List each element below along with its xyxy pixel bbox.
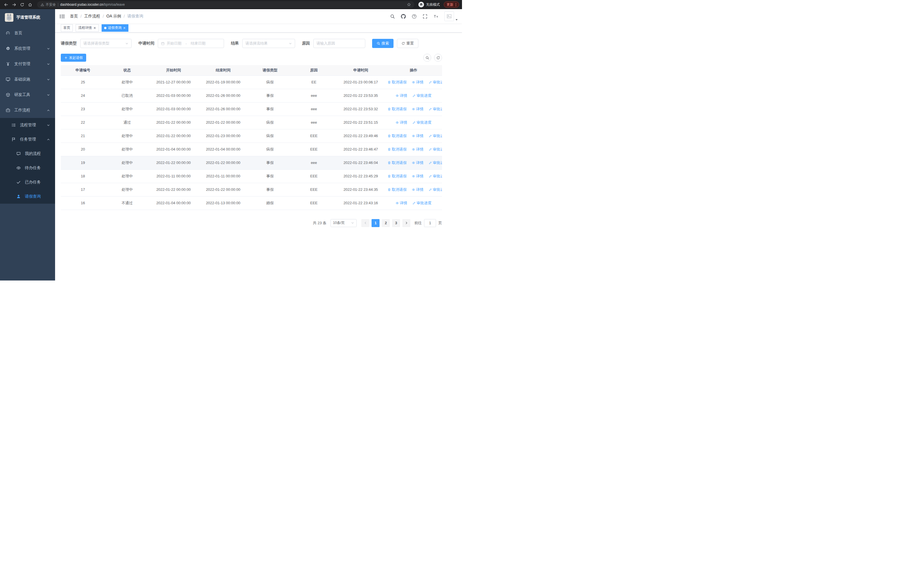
app-logo[interactable]: 芋道管理系统 — [0, 9, 55, 26]
close-icon[interactable] — [123, 27, 126, 29]
detail-link[interactable]: 详情 — [412, 147, 423, 152]
action-label: 取消请假 — [392, 133, 406, 138]
active-tab-dot — [104, 27, 106, 29]
reason-input[interactable]: 请输入原因 — [314, 39, 365, 48]
sidebar-item-leave-query[interactable]: 请假查询 — [0, 190, 55, 204]
apply-time-range-picker[interactable]: 开始日期 - 结束日期 — [158, 39, 224, 48]
avatar-image-icon — [444, 11, 454, 21]
reset-button[interactable]: 重置 — [397, 39, 418, 48]
column-header: 状态 — [105, 65, 149, 75]
sidebar-item-todo-tasks[interactable]: 待办任务 — [0, 161, 55, 175]
bookmark-star-icon[interactable] — [407, 3, 411, 7]
search-icon[interactable] — [390, 14, 395, 19]
breadcrumb-item[interactable]: 工作流程 — [84, 14, 100, 19]
eye-icon — [412, 107, 415, 111]
detail-link[interactable]: 详情 — [396, 200, 407, 206]
approval-progress-link[interactable]: 审批进度 — [412, 93, 432, 98]
cell-start: 2022-01-22 00:00:00 — [149, 116, 198, 129]
cancel-leave-link[interactable]: 取消请假 — [387, 107, 406, 112]
create-leave-button[interactable]: 发起请假 — [61, 54, 86, 62]
refresh-table-button[interactable] — [434, 54, 442, 62]
search-button[interactable]: 搜索 — [372, 39, 393, 48]
breadcrumb-item[interactable]: OA 示例 — [106, 14, 121, 19]
tab-label: 请假查询 — [108, 26, 122, 30]
sidebar-item-dev-tools[interactable]: 研发工具 — [0, 87, 55, 102]
detail-link[interactable]: 详情 — [396, 93, 407, 98]
sidebar-item-system-mgmt[interactable]: 系统管理 — [0, 41, 55, 56]
cell-start: 2022-01-03 00:00:00 — [149, 89, 198, 102]
sidebar-collapse-icon[interactable] — [60, 14, 65, 19]
address-bar[interactable]: 不安全 dashboard.yudao.iocoder.cn/bpm/oa/le… — [37, 1, 414, 8]
toggle-search-button[interactable] — [423, 54, 431, 62]
approval-progress-link[interactable]: 审批进度 — [412, 120, 432, 125]
approval-progress-link[interactable]: 审批进度 — [429, 174, 442, 179]
sidebar-item-label: 首页 — [14, 30, 22, 36]
trash-icon — [387, 174, 391, 178]
cell-actions: 取消请假详情审批进度 — [385, 156, 442, 169]
sidebar-item-workflow[interactable]: 工作流程 — [0, 102, 55, 118]
sidebar-item-my-process[interactable]: 我的流程 — [0, 146, 55, 161]
goto-page-input[interactable] — [424, 219, 436, 227]
detail-link[interactable]: 详情 — [412, 107, 423, 112]
cancel-leave-link[interactable]: 取消请假 — [387, 80, 406, 85]
chevron-down-icon — [351, 221, 354, 224]
table-row: 24已取消2022-01-03 00:00:002022-01-26 00:00… — [61, 89, 442, 102]
home-icon[interactable] — [27, 2, 33, 8]
update-button[interactable]: 更新 — [444, 2, 459, 8]
approval-progress-link[interactable]: 审批进度 — [429, 133, 442, 138]
sidebar-item-infrastructure[interactable]: 基础设施 — [0, 72, 55, 87]
approval-progress-link[interactable]: 审批进度 — [429, 147, 442, 152]
navbar-actions — [390, 11, 458, 21]
detail-link[interactable]: 详情 — [412, 80, 423, 85]
detail-link[interactable]: 详情 — [396, 120, 407, 125]
sidebar-item-process-mgmt[interactable]: 流程管理 — [0, 118, 55, 132]
cancel-leave-link[interactable]: 取消请假 — [387, 160, 406, 165]
update-label: 更新 — [447, 2, 453, 7]
approval-progress-link[interactable]: 审批进度 — [429, 107, 442, 112]
approval-progress-link[interactable]: 审批进度 — [429, 160, 442, 165]
detail-link[interactable]: 详情 — [412, 133, 423, 138]
font-size-icon[interactable] — [434, 14, 438, 19]
browser-menu-dots-icon[interactable] — [455, 3, 456, 7]
back-icon[interactable] — [3, 2, 9, 8]
tab-process-detail[interactable]: 流程详情 — [76, 24, 99, 32]
tab-leave-query[interactable]: 请假查询 — [102, 24, 128, 32]
github-icon[interactable] — [401, 14, 406, 19]
table-row: 17处理中2022-01-22 00:00:002022-01-22 00:00… — [61, 183, 442, 196]
detail-link[interactable]: 详情 — [412, 160, 423, 165]
cancel-leave-link[interactable]: 取消请假 — [387, 187, 406, 192]
close-icon[interactable] — [93, 27, 96, 29]
leave-type-select[interactable]: 请选择请假类型 — [80, 39, 132, 48]
approval-progress-link[interactable]: 审批进度 — [412, 200, 432, 206]
security-chip[interactable]: 不安全 — [40, 2, 56, 7]
sidebar-item-label: 我的流程 — [25, 151, 41, 156]
sidebar: 芋道管理系统 首页系统管理支付管理基础设施研发工具工作流程流程管理任务管理我的流… — [0, 9, 55, 281]
result-select[interactable]: 请选择流结果 — [242, 39, 295, 48]
forward-icon[interactable] — [11, 2, 17, 8]
sidebar-item-home[interactable]: 首页 — [0, 26, 55, 41]
page-button-2[interactable]: 2 — [382, 219, 390, 227]
sidebar-item-task-mgmt[interactable]: 任务管理 — [0, 132, 55, 146]
cancel-leave-link[interactable]: 取消请假 — [387, 174, 406, 179]
next-page-button[interactable] — [402, 219, 410, 227]
user-avatar[interactable] — [444, 11, 458, 21]
prev-page-button[interactable] — [361, 219, 369, 227]
omnibox-divider — [58, 3, 58, 7]
sidebar-item-done-tasks[interactable]: 已办任务 — [0, 175, 55, 190]
reload-icon[interactable] — [19, 2, 25, 8]
help-icon[interactable] — [412, 14, 417, 19]
cancel-leave-link[interactable]: 取消请假 — [387, 147, 406, 152]
sidebar-item-payment-mgmt[interactable]: 支付管理 — [0, 56, 55, 72]
page-button-3[interactable]: 3 — [392, 219, 400, 227]
cell-end: 2022-01-13 00:00:00 — [198, 196, 249, 210]
tab-home[interactable]: 首页 — [61, 24, 73, 32]
page-size-select[interactable]: 10条/页 — [330, 219, 357, 227]
breadcrumb-item[interactable]: 首页 — [70, 14, 78, 19]
approval-progress-link[interactable]: 审批进度 — [429, 80, 442, 85]
page-button-1[interactable]: 1 — [372, 219, 380, 227]
cancel-leave-link[interactable]: 取消请假 — [387, 133, 406, 138]
detail-link[interactable]: 详情 — [412, 174, 423, 179]
fullscreen-icon[interactable] — [423, 14, 428, 19]
detail-link[interactable]: 详情 — [412, 187, 423, 192]
approval-progress-link[interactable]: 审批进度 — [429, 187, 442, 192]
